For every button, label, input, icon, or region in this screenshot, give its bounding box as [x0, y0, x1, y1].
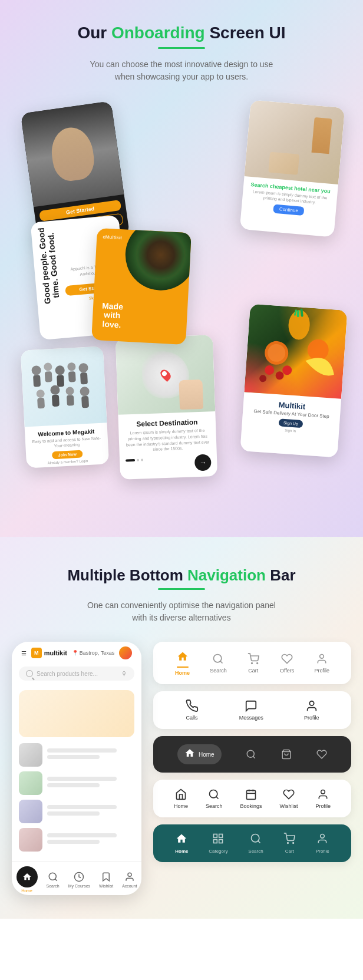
nav1-cart-icon: [247, 652, 260, 665]
fruits-image: [244, 304, 347, 399]
hamburger-icon[interactable]: ☰: [21, 650, 27, 656]
pnav-wishlist-label: Wishlist: [99, 884, 113, 888]
svg-point-35: [320, 655, 324, 659]
location-pin-icon: 📍: [72, 650, 78, 656]
svg-rect-45: [214, 834, 217, 838]
calendar-icon: [245, 788, 257, 800]
join-now-btn[interactable]: Join Now: [52, 450, 82, 460]
nav1-home-icon: [176, 650, 189, 663]
svg-rect-46: [219, 834, 223, 838]
fruits-signin[interactable]: Sign In: [248, 426, 333, 435]
location-text: Bastrop, Texas: [80, 650, 114, 656]
svg-rect-11: [37, 398, 45, 409]
mic-icon[interactable]: 🎙: [121, 671, 127, 677]
svg-point-27: [259, 375, 267, 382]
nav3-home[interactable]: Home: [177, 744, 222, 764]
nav3-wishlist[interactable]: [316, 749, 327, 760]
nav3-cart[interactable]: [281, 749, 292, 760]
fruits-svg: [244, 304, 347, 399]
nav5-cart[interactable]: Cart: [283, 833, 295, 854]
nav4-profile[interactable]: Profile: [315, 788, 331, 809]
nav-bar-3-items: Home: [165, 744, 339, 764]
phone-search-bar[interactable]: Search products here... 🎙: [19, 666, 134, 681]
nav2-profile[interactable]: Profile: [304, 699, 319, 721]
pnav-search[interactable]: Search: [47, 871, 60, 888]
svg-point-25: [265, 365, 275, 375]
content-line-4a: [47, 833, 117, 837]
svg-point-6: [67, 362, 76, 371]
pnav-courses[interactable]: My Courses: [68, 871, 90, 888]
content-row-3: [19, 800, 134, 823]
phone-location: 📍 Bastrop, Texas: [72, 650, 114, 656]
svg-rect-40: [246, 790, 255, 799]
nav1-cart[interactable]: Cart: [247, 652, 260, 674]
nav3-search[interactable]: [246, 749, 256, 760]
svg-point-10: [36, 390, 45, 398]
nav5-profile[interactable]: Profile: [316, 833, 329, 854]
pnav-courses-label: My Courses: [68, 884, 90, 888]
orange-food-image: [124, 228, 192, 292]
nav2-calls[interactable]: Calls: [186, 699, 199, 721]
nav4-search[interactable]: Search: [206, 788, 223, 809]
nav5-search[interactable]: Search: [248, 833, 263, 854]
nav4-home[interactable]: Home: [174, 788, 188, 809]
svg-rect-1: [33, 375, 41, 387]
pnav-home[interactable]: Home: [16, 866, 38, 893]
svg-point-24: [307, 339, 329, 361]
svg-point-33: [251, 663, 252, 664]
svg-rect-13: [52, 395, 60, 407]
onboarding-title: Our Onboarding Screen UI: [12, 24, 351, 42]
svg-point-0: [31, 365, 41, 375]
orange-brand: cMultikit: [103, 234, 122, 240]
signup-btn[interactable]: Sign Up: [279, 418, 303, 428]
nav1-home-underline: [177, 666, 189, 668]
dark-home-icon: [184, 748, 195, 758]
offers-icon: [281, 653, 293, 665]
svg-point-16: [80, 387, 90, 397]
dest-heading: Select Destination: [124, 417, 210, 428]
svg-point-32: [214, 655, 222, 662]
nav1-home[interactable]: Home: [175, 650, 190, 676]
pnav-wishlist[interactable]: Wishlist: [99, 871, 113, 888]
next-arrow-btn[interactable]: →: [194, 454, 212, 471]
bnav-subtitle: One can conveniently optimise the naviga…: [12, 599, 351, 624]
nav3-home-icon: [184, 748, 195, 761]
subtitle-line1: You can choose the most innovative desig…: [90, 60, 273, 69]
grid-icon: [212, 833, 224, 844]
home-filled-icon: [177, 651, 189, 662]
nav4-bookings-label: Bookings: [240, 803, 262, 809]
svg-point-34: [257, 663, 258, 664]
svg-rect-5: [57, 375, 64, 387]
content-thumb-3: [19, 800, 42, 823]
nav-bar-3: Home: [153, 736, 351, 773]
pnav-account[interactable]: Account: [122, 871, 137, 888]
title-after: Screen UI: [205, 24, 286, 42]
nav1-search[interactable]: Search: [210, 652, 227, 674]
svg-point-4: [55, 365, 65, 375]
dot-1: [137, 459, 139, 461]
nav2-messages[interactable]: Messages: [239, 699, 263, 721]
svg-point-31: [128, 873, 131, 876]
nav-bar-5-items: Home Category Search: [165, 833, 339, 854]
teal-user-icon: [316, 833, 328, 844]
nav5-home[interactable]: Home: [175, 833, 188, 854]
svg-point-52: [321, 834, 325, 839]
already-member-link[interactable]: Already a member? Login: [31, 458, 104, 466]
title-underline: [158, 47, 205, 49]
svg-point-36: [309, 701, 314, 705]
content-line-2b: [47, 783, 100, 787]
svg-rect-48: [214, 840, 217, 843]
nav1-profile[interactable]: Profile: [314, 652, 329, 674]
continue-btn[interactable]: Continue: [273, 204, 304, 216]
nav-bar-5: Home Category Search: [153, 824, 351, 862]
nav4-wishlist[interactable]: Wishlist: [279, 788, 298, 809]
nav1-offers[interactable]: Offers: [280, 652, 294, 674]
courses-icon: [74, 872, 84, 882]
nav5-category[interactable]: Category: [209, 833, 227, 854]
svg-point-50: [288, 843, 289, 844]
phone-content: [12, 685, 141, 861]
teal-search-icon: [250, 833, 262, 844]
nav4-bookings[interactable]: Bookings: [240, 788, 262, 809]
nav1-profile-label: Profile: [314, 668, 329, 674]
teal-home-icon: [176, 833, 187, 844]
